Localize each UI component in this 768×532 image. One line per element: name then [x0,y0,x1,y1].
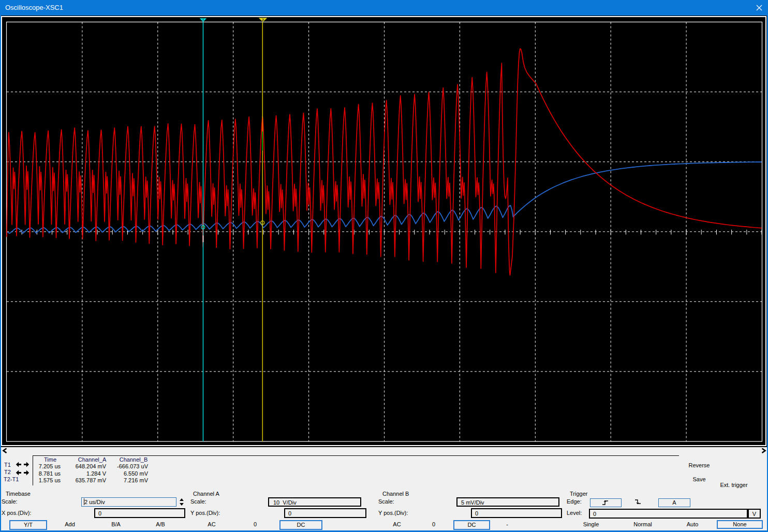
svg-text:2: 2 [262,18,264,22]
